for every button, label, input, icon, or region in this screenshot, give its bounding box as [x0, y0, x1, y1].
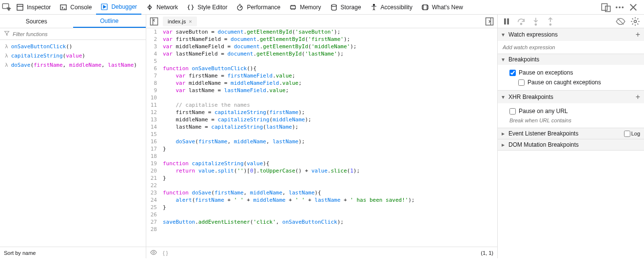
pause-icon[interactable] — [502, 17, 511, 26]
outline-fn-capitalizeString[interactable]: λcapitalizeString(value) — [0, 51, 146, 60]
sort-by-name[interactable]: Sort by name — [0, 247, 146, 258]
dom-mutation-title: DOM Mutation Breakpoints — [508, 141, 579, 148]
chevron-down-icon: ▾ — [502, 94, 508, 100]
event-listener-title: Event Listener Breakpoints — [508, 130, 578, 137]
filter-icon — [4, 30, 10, 38]
outline-fn-doSave[interactable]: λdoSave(firstName, middleName, lastName) — [0, 60, 146, 70]
tab-what-s-new[interactable]: What's New — [417, 0, 468, 15]
svg-point-22 — [634, 20, 637, 22]
close-tab-icon[interactable]: × — [189, 19, 192, 24]
breakpoints-header[interactable]: ▾ Breakpoints — [498, 54, 644, 65]
pause-on-exceptions-checkbox[interactable] — [509, 70, 516, 76]
svg-point-20 — [535, 23, 537, 25]
svg-rect-9 — [602, 3, 607, 10]
right-panel: ▾ Watch expressions + ▾ Breakpoints Paus… — [498, 15, 644, 258]
watch-expressions-title: Watch expressions — [508, 31, 558, 38]
toggle-sources-tree-icon[interactable] — [149, 17, 159, 26]
add-xhr-icon[interactable]: + — [636, 93, 640, 101]
tab-accessibility[interactable]: Accessibility — [366, 0, 417, 15]
watch-expressions-header[interactable]: ▾ Watch expressions + — [498, 28, 644, 41]
tab-style-editor[interactable]: Style Editor — [182, 0, 232, 15]
disable-breakpoints-icon[interactable] — [616, 17, 625, 26]
tab-storage[interactable]: Storage — [326, 0, 366, 15]
filter-functions-input[interactable] — [13, 31, 142, 37]
close-icon[interactable] — [628, 2, 638, 12]
chevron-right-icon: ▸ — [502, 130, 508, 137]
tab-outline[interactable]: Outline — [73, 15, 146, 28]
devtools-toolbar: InspectorConsoleDebuggerNetworkStyle Edi… — [0, 0, 644, 15]
svg-point-13 — [622, 6, 624, 8]
toggle-right-panel-icon[interactable] — [485, 17, 494, 26]
left-panel: Sources Outline λonSaveButtonClick()λcap… — [0, 15, 146, 258]
pause-on-caught-checkbox[interactable] — [518, 79, 525, 86]
function-list: λonSaveButtonClick()λcapitalizeString(va… — [0, 40, 146, 247]
svg-rect-1 — [17, 4, 23, 10]
svg-rect-18 — [507, 18, 509, 24]
tab-network[interactable]: Network — [141, 0, 182, 15]
svg-rect-10 — [605, 6, 610, 11]
svg-rect-14 — [151, 18, 158, 25]
debugger-settings-icon[interactable] — [630, 17, 640, 26]
svg-point-19 — [521, 23, 522, 24]
step-in-icon[interactable] — [531, 17, 541, 26]
tab-sources[interactable]: Sources — [0, 15, 73, 28]
log-checkbox[interactable] — [624, 131, 630, 137]
svg-point-12 — [619, 6, 621, 8]
outline-fn-onSaveButtonClick[interactable]: λonSaveButtonClick() — [0, 42, 146, 51]
svg-point-6 — [332, 4, 336, 6]
breakpoints-title: Breakpoints — [508, 56, 539, 63]
svg-rect-15 — [486, 18, 493, 25]
xhr-breakpoints-title: XHR Breakpoints — [508, 94, 553, 100]
responsive-mode-icon[interactable] — [601, 2, 611, 12]
step-out-icon[interactable] — [546, 17, 555, 26]
svg-point-11 — [616, 6, 618, 8]
code-editor[interactable]: 1234567891011121314151617181920212223242… — [146, 28, 497, 247]
file-tab-index-js[interactable]: index.js × — [163, 17, 197, 26]
watch-expression-icon[interactable] — [150, 249, 157, 257]
editor-panel: index.js × 12345678910111213141516171819… — [146, 15, 498, 258]
tab-performance[interactable]: Performance — [232, 0, 285, 15]
braces-icon[interactable]: { } — [163, 250, 168, 256]
file-tab-label: index.js — [168, 19, 186, 24]
tab-console[interactable]: Console — [55, 0, 96, 15]
svg-point-21 — [550, 23, 551, 25]
svg-point-16 — [153, 251, 155, 253]
kebab-menu-icon[interactable] — [615, 2, 624, 12]
pause-on-exceptions-label: Pause on exceptions — [519, 69, 573, 76]
xhr-url-input[interactable] — [509, 117, 632, 123]
dom-mutation-breakpoints-header[interactable]: ▸ DOM Mutation Breakpoints — [498, 139, 644, 150]
cursor-position: (1, 1) — [481, 250, 493, 256]
tab-memory[interactable]: Memory — [285, 0, 325, 15]
chevron-down-icon: ▾ — [502, 31, 508, 38]
add-watch-input[interactable] — [503, 44, 639, 50]
log-label: Log — [631, 131, 640, 136]
svg-rect-17 — [504, 18, 506, 24]
xhr-breakpoints-header[interactable]: ▾ XHR Breakpoints + — [498, 91, 644, 103]
svg-rect-8 — [423, 5, 427, 10]
tab-debugger[interactable]: Debugger — [96, 0, 141, 15]
pause-any-url-checkbox[interactable] — [509, 108, 516, 115]
pick-element-icon[interactable] — [2, 2, 12, 12]
pause-on-caught-label: Pause on caught exceptions — [527, 79, 601, 86]
add-watch-icon[interactable]: + — [636, 30, 640, 39]
chevron-right-icon: ▸ — [502, 141, 508, 148]
svg-rect-5 — [291, 6, 295, 9]
event-listener-breakpoints-header[interactable]: ▸ Event Listener Breakpoints Log — [498, 128, 644, 139]
svg-rect-2 — [60, 5, 66, 10]
pause-any-url-label: Pause on any URL — [519, 108, 568, 115]
step-over-icon[interactable] — [516, 17, 526, 26]
tab-inspector[interactable]: Inspector — [12, 0, 55, 15]
svg-point-7 — [373, 4, 374, 5]
chevron-down-icon: ▾ — [502, 56, 508, 63]
